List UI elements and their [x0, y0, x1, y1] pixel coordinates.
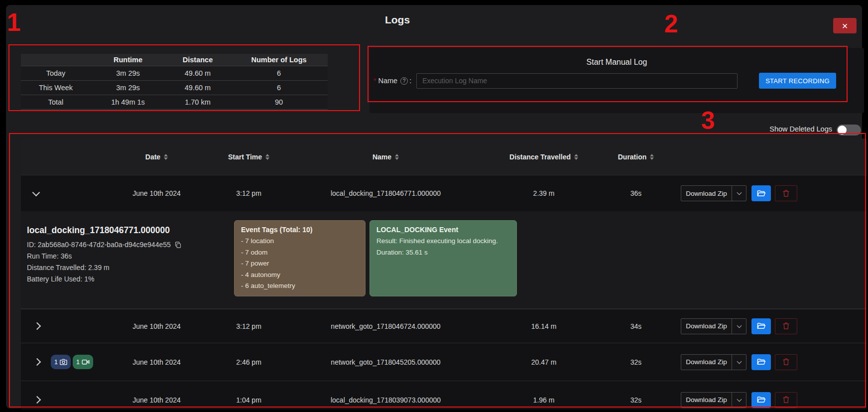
start-recording-button[interactable]: START RECORDING	[759, 73, 836, 89]
trash-icon	[782, 396, 790, 404]
log-name: network_goto_1718046724.000000	[275, 322, 496, 330]
delete-log-button[interactable]	[775, 354, 797, 370]
event-tag-item: - 4 autonomy	[241, 270, 359, 281]
folder-open-icon	[756, 357, 766, 367]
copy-id-icon[interactable]	[174, 241, 182, 249]
stats-value: 3m 29s	[91, 84, 165, 92]
detail-battery: Battery Life Used: 1%	[27, 274, 182, 285]
download-options-dropdown[interactable]	[732, 355, 746, 370]
column-header-date[interactable]: Date	[91, 153, 223, 161]
log-date: June 10th 2024	[91, 322, 223, 330]
name-field-label: Name	[378, 77, 397, 85]
download-options-dropdown[interactable]	[732, 186, 746, 201]
required-asterisk: *	[373, 77, 376, 85]
start-manual-log-panel: Start Manual Log * Name ? : START RECORD…	[370, 48, 864, 113]
stats-row-total: Total 1h 49m 1s 1.70 km 90	[21, 95, 328, 110]
open-folder-button[interactable]	[751, 392, 771, 408]
log-row: June 10th 2024 3:12 pm local_docking_171…	[21, 175, 867, 211]
log-name: network_goto_1718045205.000000	[275, 358, 496, 366]
stats-value: 6	[230, 84, 328, 92]
local-docking-event-card: LOCAL_DOCKING Event Result: Finished exe…	[370, 220, 517, 296]
expand-chevron-icon[interactable]	[33, 396, 41, 404]
sort-icon	[164, 154, 168, 160]
stats-row-week: This Week 3m 29s 49.60 m 6	[21, 81, 328, 95]
column-header-distance[interactable]: Distance Travelled	[496, 153, 591, 161]
download-zip-button[interactable]: Download Zip	[681, 318, 746, 334]
delete-log-button[interactable]	[775, 185, 797, 201]
log-start-time: 3:12 pm	[223, 189, 275, 197]
log-duration: 34s	[591, 322, 681, 330]
delete-log-button[interactable]	[775, 392, 797, 408]
stats-row-today: Today 3m 29s 49.60 m 6	[21, 66, 328, 81]
trash-icon	[782, 322, 790, 330]
detail-distance: Distance Travelled: 2.39 m	[27, 262, 182, 274]
log-row: June 10th 2024 3:12 pm network_goto_1718…	[21, 309, 867, 343]
collapse-chevron-icon[interactable]	[32, 188, 40, 196]
log-name: local_docking_1718046771.000000	[275, 189, 496, 197]
event-tag-item: - 7 power	[241, 258, 359, 270]
stats-col-numlogs: Number of Logs	[230, 56, 328, 64]
download-zip-button[interactable]: Download Zip	[681, 185, 746, 201]
stats-col-distance: Distance	[165, 56, 230, 64]
event-tags-title: Event Tags (Total: 10)	[241, 226, 359, 234]
log-start-time: 3:12 pm	[223, 322, 275, 330]
detail-id: ID: 2ab568a0-8746-47d2-ba0a-d94c9e944e55	[27, 239, 171, 251]
column-label: Date	[145, 153, 160, 161]
open-folder-button[interactable]	[751, 354, 771, 370]
download-zip-label: Download Zip	[681, 322, 732, 330]
stats-col-runtime: Runtime	[91, 56, 165, 64]
logs-modal: Logs × Runtime Distance Number of Logs T…	[6, 5, 862, 409]
help-icon[interactable]: ?	[400, 77, 408, 85]
log-distance: 2.39 m	[496, 189, 591, 197]
camera-count-badge: 1	[51, 355, 71, 369]
detail-run-time: Run Time: 36s	[27, 251, 182, 262]
column-header-duration[interactable]: Duration	[591, 153, 681, 161]
camera-count: 1	[54, 359, 58, 366]
download-zip-label: Download Zip	[681, 396, 732, 404]
column-header-name[interactable]: Name	[275, 153, 496, 161]
download-zip-label: Download Zip	[681, 358, 732, 366]
download-zip-button[interactable]: Download Zip	[681, 392, 746, 408]
event-duration: Duration: 35.61 s	[376, 247, 510, 259]
log-date: June 10th 2024	[91, 358, 223, 366]
manual-log-title: Start Manual Log	[370, 58, 864, 67]
column-label: Start Time	[228, 153, 262, 161]
logs-table: Date Start Time Name Distance Travelled …	[21, 138, 867, 410]
column-header-start-time[interactable]: Start Time	[223, 153, 275, 161]
expand-chevron-icon[interactable]	[33, 358, 41, 366]
column-label: Distance Travelled	[509, 153, 571, 161]
logs-modal-screen: Logs × Runtime Distance Number of Logs T…	[0, 0, 868, 412]
event-tags-card: Event Tags (Total: 10) - 7 location - 7 …	[234, 220, 366, 296]
delete-log-button[interactable]	[775, 318, 797, 334]
sort-icon	[395, 154, 399, 160]
show-deleted-logs-label: Show Deleted Logs	[753, 125, 832, 133]
download-options-dropdown[interactable]	[732, 319, 746, 334]
download-zip-label: Download Zip	[681, 190, 732, 197]
folder-open-icon	[756, 395, 766, 405]
log-date: June 10th 2024	[91, 189, 223, 197]
expanded-log-detail: local_docking_1718046771.000000 ID: 2ab5…	[21, 211, 867, 309]
video-count-badge: 1	[73, 355, 93, 369]
download-zip-button[interactable]: Download Zip	[681, 354, 746, 370]
log-duration: 32s	[591, 358, 681, 366]
sort-icon	[265, 154, 269, 160]
show-deleted-logs-toggle[interactable]	[837, 125, 861, 136]
open-folder-button[interactable]	[751, 185, 771, 201]
execution-log-name-input[interactable]	[416, 73, 738, 89]
stats-value: 90	[230, 98, 328, 106]
stats-value: 49.60 m	[165, 69, 230, 77]
log-distance: 16.14 m	[496, 322, 591, 330]
close-button[interactable]: ×	[833, 18, 857, 33]
expand-chevron-icon[interactable]	[33, 322, 41, 330]
event-tag-item: - 7 odom	[241, 247, 359, 259]
column-label: Name	[372, 153, 391, 161]
detail-log-title: local_docking_1718046771.000000	[27, 225, 170, 236]
event-result: Result: Finished executing local docking…	[376, 236, 510, 247]
sort-icon	[650, 154, 654, 160]
download-options-dropdown[interactable]	[732, 393, 746, 408]
label-colon: :	[409, 77, 411, 85]
stats-summary-table: Runtime Distance Number of Logs Today 3m…	[21, 54, 328, 110]
log-row: June 10th 2024 1:04 pm local_docking_171…	[21, 381, 867, 410]
open-folder-button[interactable]	[751, 318, 771, 334]
log-name: local_docking_1718039073.000000	[275, 396, 496, 404]
